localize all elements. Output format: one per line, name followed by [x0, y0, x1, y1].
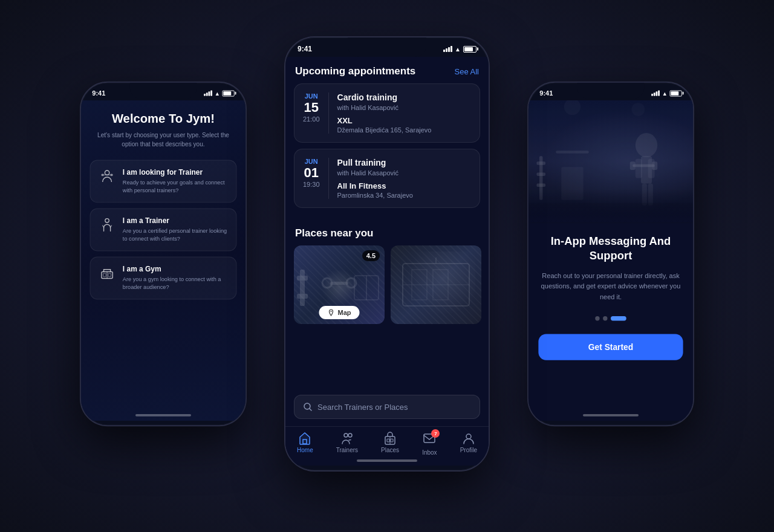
svg-point-34: [631, 103, 645, 116]
svg-rect-49: [652, 161, 657, 170]
svg-rect-48: [630, 161, 636, 170]
left-phone: 9:41 ▲ Welcome To Jym! Let's start by ch…: [80, 82, 247, 426]
messaging-title: In-App Messaging And Support: [538, 234, 683, 263]
svg-rect-11: [297, 294, 308, 299]
nav-places-label: Places: [381, 447, 399, 453]
nav-trainers-label: Trainers: [336, 447, 358, 453]
apt-trainer-1: with Halid Kasapović: [337, 104, 432, 111]
places-scroll: 4.5 Map: [285, 245, 489, 324]
center-battery-icon: [463, 46, 476, 53]
right-screen: In-App Messaging And Support Reach out t…: [528, 100, 693, 421]
apt-time-2: 19:30: [303, 181, 320, 188]
inbox-badge: 7: [431, 429, 440, 438]
nav-inbox-label: Inbox: [422, 449, 437, 456]
search-icon: [303, 402, 313, 412]
trainer-desc: Are you a certified personal trainer loo…: [123, 227, 229, 243]
svg-point-26: [344, 433, 348, 437]
trainer-seeker-icon: [98, 168, 115, 187]
dot-1: [595, 316, 599, 320]
search-bar[interactable]: Search Trainers or Places: [294, 395, 480, 419]
apt-day-2: 01: [303, 165, 320, 181]
right-status-time: 9:41: [539, 89, 553, 97]
apt-trainer-2: with Halid Kasapović: [337, 169, 413, 177]
apt-month-2: Jun: [303, 158, 320, 165]
place-card-2[interactable]: [391, 245, 481, 324]
svg-point-4: [105, 219, 109, 222]
user-type-gym[interactable]: I am a Gym Are you a gym looking to conn…: [90, 257, 237, 300]
places-icon: [383, 432, 397, 445]
dot-bar-active: [611, 316, 626, 320]
apt-date-1: Jun 15 21:00: [303, 92, 320, 134]
nav-home-label: Home: [297, 447, 313, 453]
place-2-highlight: [397, 251, 475, 318]
search-container: Search Trainers or Places: [285, 390, 489, 426]
messaging-desc: Reach out to your personal trainer direc…: [538, 271, 683, 303]
svg-rect-30: [387, 439, 389, 442]
svg-rect-10: [297, 276, 308, 281]
trainers-icon: [340, 432, 354, 445]
trainer-text: I am a Trainer Are you a certified perso…: [123, 216, 229, 242]
welcome-subtitle: Let's start by choosing your user type. …: [90, 131, 237, 149]
home-icon: [298, 432, 311, 445]
appointments-header: Upcoming appointments See All: [285, 57, 489, 83]
center-status-icons: ▲: [443, 46, 476, 53]
center-phone: 9:41 ▲ Upcoming appointments S: [284, 36, 490, 472]
nav-places[interactable]: Places: [381, 432, 399, 456]
center-screen: Upcoming appointments See All Jun 15 21:…: [285, 57, 489, 465]
gym-icon: [98, 265, 115, 284]
svg-rect-37: [536, 172, 545, 175]
right-battery-icon: [670, 90, 682, 96]
nav-inbox[interactable]: 7 Inbox: [422, 432, 437, 456]
svg-point-27: [348, 433, 352, 437]
right-signal-icon: [651, 91, 660, 96]
dot-2: [603, 316, 607, 320]
svg-point-0: [105, 170, 109, 175]
places-title: Places near you: [295, 227, 373, 239]
trainer-icon: [98, 216, 115, 235]
svg-rect-38: [536, 184, 545, 187]
nav-profile[interactable]: Profile: [460, 432, 477, 456]
apt-divider-1: [328, 92, 329, 134]
right-phone: 9:41 ▲: [527, 82, 694, 426]
apt-info-2: Pull training with Halid Kasapović All I…: [337, 158, 413, 199]
nav-home[interactable]: Home: [297, 432, 313, 456]
svg-rect-40: [556, 151, 588, 154]
places-header: Places near you: [285, 219, 489, 245]
appointments-title: Upcoming appointments: [295, 65, 415, 77]
svg-rect-31: [391, 439, 393, 442]
map-icon: [328, 309, 335, 316]
trainer-seeker-desc: Ready to achieve your goals and connect …: [123, 179, 229, 195]
places-section: Places near you: [285, 214, 489, 390]
right-phone-content: In-App Messaging And Support Reach out t…: [528, 100, 693, 421]
center-signal-icon: [443, 46, 452, 52]
messaging-content: In-App Messaging And Support Reach out t…: [528, 222, 693, 421]
right-status-icons: ▲: [651, 90, 682, 96]
nav-trainers[interactable]: Trainers: [336, 432, 358, 456]
center-phone-content: Upcoming appointments See All Jun 15 21:…: [285, 57, 489, 465]
see-all-button[interactable]: See All: [455, 67, 479, 76]
trainer-seeker-name: I am looking for Trainer: [123, 168, 229, 177]
gym-name: I am a Gym: [123, 265, 229, 273]
user-type-trainer[interactable]: I am a Trainer Are you a certified perso…: [90, 209, 237, 251]
apt-day-1: 15: [303, 100, 320, 115]
svg-point-32: [466, 434, 471, 439]
apt-date-2: Jun 01 19:30: [303, 158, 320, 199]
svg-rect-2: [102, 174, 104, 177]
user-type-trainer-seeker[interactable]: I am looking for Trainer Ready to achiev…: [90, 160, 237, 203]
svg-rect-3: [111, 174, 113, 177]
place-card-1[interactable]: 4.5 Map: [294, 245, 385, 324]
appointment-card-1: Jun 15 21:00 Cardio training with Halid …: [294, 83, 480, 143]
apt-type-1: Cardio training: [337, 92, 432, 102]
svg-rect-47: [633, 164, 654, 167]
gym-desc: Are you a gym looking to connect with a …: [123, 276, 229, 291]
map-button[interactable]: Map: [319, 306, 360, 319]
apt-info-1: Cardio training with Halid Kasapović XXL…: [337, 92, 432, 134]
search-placeholder: Search Trainers or Places: [317, 403, 408, 412]
nav-profile-label: Profile: [460, 447, 477, 453]
left-status-icons: ▲: [204, 90, 235, 96]
get-started-button[interactable]: Get Started: [538, 334, 683, 360]
apt-gym-2: All In Fitness: [337, 181, 413, 190]
home-bar-center: [357, 459, 417, 462]
svg-rect-12: [330, 282, 348, 285]
svg-point-33: [564, 100, 580, 115]
